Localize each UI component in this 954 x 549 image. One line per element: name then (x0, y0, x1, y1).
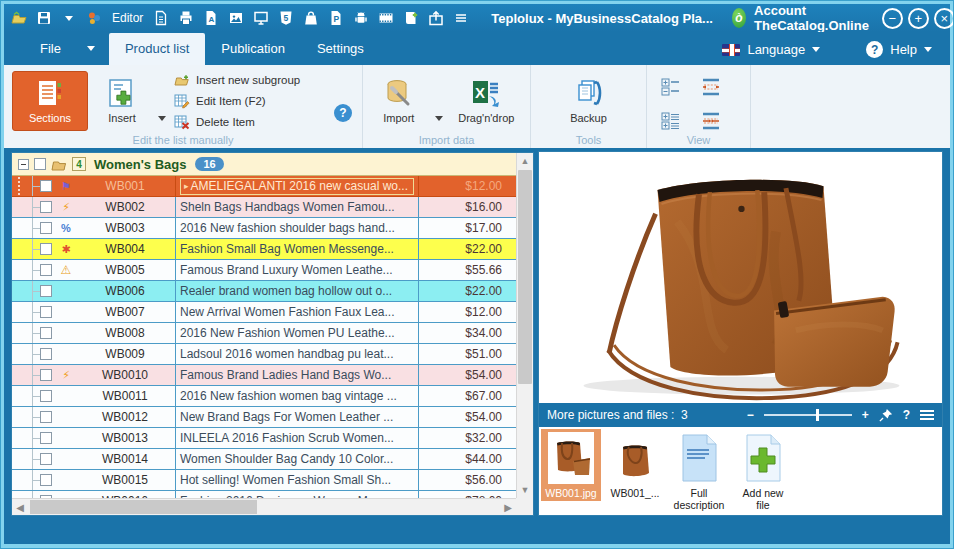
thumbnail-size-slider[interactable] (764, 409, 852, 421)
table-row[interactable]: ✱ WB004 Fashion Small Bag Women Messenge… (12, 239, 516, 260)
collapse-group-icon[interactable] (18, 159, 29, 170)
row-checkbox[interactable] (40, 201, 52, 213)
row-checkbox[interactable] (40, 222, 52, 234)
row-drag-handle[interactable] (12, 428, 25, 448)
row-checkbox[interactable] (40, 327, 52, 339)
image-icon[interactable] (227, 9, 245, 27)
panel-help-icon[interactable]: ? (903, 408, 910, 422)
row-drag-handle[interactable] (12, 239, 25, 259)
expand-list-icon[interactable] (661, 111, 681, 131)
row-drag-handle[interactable] (12, 197, 25, 217)
row-checkbox[interactable] (40, 474, 52, 486)
table-row[interactable]: WB0013 INLEELA 2016 Fashion Scrub Women.… (12, 428, 516, 449)
sections-button[interactable]: Sections (12, 71, 88, 131)
table-row[interactable]: ⚡ WB002 Sheln Bags Handbags Women Famou.… (12, 197, 516, 218)
zoom-in-button[interactable]: + (862, 408, 869, 422)
row-description[interactable]: New Arrival Women Fashion Faux Lea... (175, 302, 418, 322)
table-row[interactable]: WB0014 Women Shoulder Bag Candy 10 Color… (12, 449, 516, 470)
import-button[interactable]: Import (371, 71, 427, 131)
table-row[interactable]: WB007 New Arrival Women Fashion Faux Lea… (12, 302, 516, 323)
zoom-out-button[interactable]: − (747, 408, 754, 422)
row-description[interactable]: Fashion Small Bag Women Messenge... (175, 239, 418, 259)
table-row[interactable]: WB0012 New Brand Bags For Women Leather … (12, 407, 516, 428)
pin-icon[interactable] (879, 408, 893, 422)
save-icon[interactable] (35, 9, 53, 27)
scroll-down-icon[interactable]: ▼ (517, 482, 533, 498)
row-checkbox[interactable] (40, 180, 52, 192)
thumbnail-add-new-file[interactable]: Add new file (733, 429, 793, 513)
row-description[interactable]: 2016 New Fashion Women PU Leathe... (175, 323, 418, 343)
table-row[interactable]: WB0015 Hot selling! Women Fashion Small … (12, 470, 516, 491)
row-checkbox[interactable] (40, 348, 52, 360)
row-checkbox[interactable] (40, 243, 52, 255)
row-checkbox[interactable] (40, 264, 52, 276)
scroll-right-icon[interactable]: ▶ (500, 499, 516, 515)
row-drag-handle[interactable] (12, 176, 25, 196)
row-drag-handle[interactable] (12, 386, 25, 406)
book-add-icon[interactable] (402, 9, 420, 27)
row-checkbox[interactable] (40, 453, 52, 465)
table-row[interactable]: ⚑ WB001 ▸AMELIEGALANTI 2016 new casual w… (12, 176, 516, 197)
tab-publication[interactable]: Publication (205, 33, 301, 65)
table-row[interactable]: WB006 Realer brand women bag hollow out … (12, 281, 516, 302)
row-drag-handle[interactable] (12, 407, 25, 427)
row-description[interactable]: Hot selling! Women Fashion Small Sh... (175, 470, 418, 490)
caret-icon[interactable] (60, 9, 78, 27)
row-description[interactable]: Ladsoul 2016 women handbag pu leat... (175, 344, 418, 364)
maximize-button[interactable]: + (908, 8, 929, 29)
panel-menu-icon[interactable] (920, 410, 934, 420)
help-menu[interactable]: ? Help (866, 41, 932, 58)
table-row[interactable]: ⚠ WB005 Famous Brand Luxury Women Leathe… (12, 260, 516, 281)
open-folder-icon[interactable] (10, 9, 28, 27)
row-checkbox[interactable] (40, 369, 52, 381)
row-description[interactable]: 2016 New fashion shoulder bags hand... (175, 218, 418, 238)
group-header-row[interactable]: 4 Women's Bags 16 (12, 153, 516, 176)
row-description[interactable]: INLEELA 2016 Fashion Scrub Women... (175, 428, 418, 448)
vertical-scrollbar[interactable]: ▲ ▼ (516, 153, 533, 498)
import-dropdown-caret[interactable] (435, 116, 443, 121)
row-description[interactable]: Fashion 2016 Designers Women Mes... (175, 491, 418, 498)
tab-product-list[interactable]: Product list (109, 33, 205, 65)
minimize-button[interactable]: − (882, 8, 903, 29)
row-description[interactable]: ▸AMELIEGALANTI 2016 new casual wo... (175, 176, 418, 196)
tab-settings[interactable]: Settings (301, 33, 380, 65)
collapse-list-icon[interactable] (661, 77, 681, 97)
pdf-icon[interactable]: A (202, 9, 220, 27)
table-row[interactable]: WB0011 2016 New fashion women bag vintag… (12, 386, 516, 407)
row-drag-handle[interactable] (12, 218, 25, 238)
slider-thumb[interactable] (816, 409, 819, 421)
row-drag-handle[interactable] (12, 323, 25, 343)
insert-button[interactable]: Insert (94, 71, 150, 131)
row-description[interactable]: Realer brand women bag hollow out o... (175, 281, 418, 301)
file-menu-button[interactable]: File (18, 34, 109, 65)
row-drag-handle[interactable] (12, 302, 25, 322)
ribbon-help-icon[interactable]: ? (334, 104, 352, 122)
dragndrop-button[interactable]: X Drag'n'drop (451, 71, 522, 131)
product-photo[interactable] (539, 152, 942, 403)
row-description[interactable]: Famous Brand Luxury Women Leathe... (175, 260, 418, 280)
row-drag-handle[interactable] (12, 260, 25, 280)
table-row[interactable]: WB009 Ladsoul 2016 women handbag pu leat… (12, 344, 516, 365)
group-checkbox[interactable] (34, 158, 46, 170)
row-checkbox[interactable] (40, 306, 52, 318)
row-description[interactable]: Women Shoulder Bag Candy 10 Color... (175, 449, 418, 469)
html5-icon[interactable]: 5 (277, 9, 295, 27)
horizontal-scrollbar[interactable]: ◀ ▶ (12, 498, 516, 515)
row-drag-handle[interactable] (12, 491, 25, 498)
vertical-scroll-thumb[interactable] (518, 170, 532, 384)
row-checkbox[interactable] (40, 285, 52, 297)
row-drag-handle[interactable] (12, 344, 25, 364)
row-checkbox[interactable] (40, 390, 52, 402)
insert-dropdown-caret[interactable] (158, 116, 166, 121)
row-checkbox[interactable] (40, 411, 52, 423)
row-description[interactable]: 2016 New fashion women bag vintage ... (175, 386, 418, 406)
menu-item-delete-item[interactable]: Delete Item (174, 114, 324, 130)
film-icon[interactable] (377, 9, 395, 27)
row-checkbox[interactable] (40, 432, 52, 444)
scroll-left-icon[interactable]: ◀ (12, 499, 28, 515)
thumbnail-wb001-[interactable]: WB001_... (605, 429, 665, 501)
android-icon[interactable] (352, 9, 370, 27)
scroll-up-icon[interactable]: ▲ (517, 153, 533, 169)
monitor-icon[interactable] (252, 9, 270, 27)
row-drag-handle[interactable] (12, 470, 25, 490)
